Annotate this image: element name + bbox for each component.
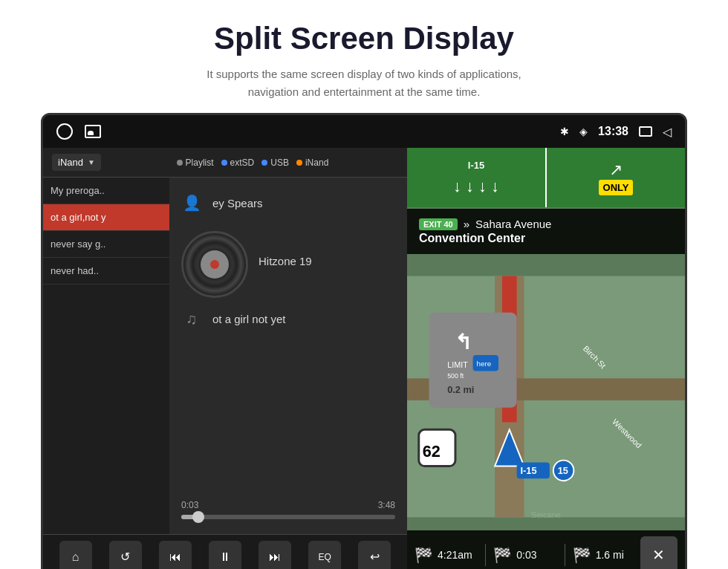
nav-duration: 0:03: [516, 549, 536, 561]
source-tabs: Playlist extSD USB iNand: [107, 157, 398, 168]
music-panel: iNand ▼ Playlist extSD USB: [43, 148, 407, 569]
home-button[interactable]: ⌂: [59, 541, 92, 570]
exit-line1: EXIT 40 » Sahara Avenue: [419, 218, 673, 230]
map-background: I-15 ↓ ↓ ↓ ↓ ↗ ONLY: [407, 148, 685, 569]
progress-bar[interactable]: [181, 515, 395, 519]
controls-bar: ⌂ ↺ ⏮ ⏸ ⏭ EQ ↩: [43, 534, 407, 569]
eq-button[interactable]: EQ: [308, 541, 341, 570]
status-time: 13:38: [598, 125, 628, 138]
repeat-button[interactable]: ↺: [109, 541, 142, 570]
arrow-icon-2: ↓: [466, 177, 474, 196]
highway-arrows: ↓ ↓ ↓ ↓: [453, 177, 499, 196]
next-button[interactable]: ⏭: [259, 541, 291, 570]
time-total: 3:48: [378, 500, 395, 510]
flag-icon-1: 🏁: [415, 546, 433, 564]
only-badge: ONLY: [599, 180, 634, 195]
flag-icon-3: 🏁: [573, 546, 591, 564]
usb-tab[interactable]: USB: [261, 157, 289, 168]
nav-close-button[interactable]: ✕: [640, 536, 677, 570]
exit-badge: EXIT 40: [419, 218, 458, 230]
connector: »: [464, 218, 469, 230]
arrow-icon-1: ↓: [453, 177, 461, 196]
svg-text:I-15: I-15: [521, 465, 537, 476]
image-icon: [85, 125, 101, 138]
music-content: My preroga.. ot a girl,not y never say g…: [43, 178, 407, 534]
back-button[interactable]: ↩: [358, 541, 391, 570]
exit-line2: Convention Center: [419, 232, 673, 245]
artist-name: ey Spears: [212, 197, 263, 209]
song-item-4[interactable]: never had..: [43, 258, 169, 284]
arrival-time: 4:21am: [438, 549, 472, 561]
extsd-tab[interactable]: extSD: [221, 157, 255, 168]
split-screen: iNand ▼ Playlist extSD USB: [43, 148, 685, 569]
svg-text:here: here: [477, 360, 492, 368]
map-visual: ↰ LIMIT 500 ft here 0.2 mi Birch St West…: [407, 263, 685, 530]
page-header: Split Screen Display It supports the sam…: [0, 0, 728, 113]
svg-text:15: 15: [558, 465, 568, 476]
highway-label: I-15: [468, 160, 484, 171]
nav-top-signs: I-15 ↓ ↓ ↓ ↓ ↗ ONLY: [407, 148, 685, 207]
song-item-3[interactable]: never say g..: [43, 231, 169, 258]
nav-panel: I-15 ↓ ↓ ↓ ↓ ↗ ONLY: [407, 148, 685, 569]
track-title: ot a girl not yet: [212, 313, 285, 325]
road-name: Sahara Avenue: [475, 218, 551, 230]
progress-times: 0:03 3:48: [181, 500, 395, 510]
location-icon: ◈: [579, 126, 588, 137]
back-icon: ◁: [663, 125, 672, 139]
nav-bottom-bar: 🏁 4:21am 🏁 0:03 🏁 1.6 mi ✕: [407, 530, 685, 569]
svg-text:500 ft: 500 ft: [447, 372, 464, 380]
inand-tab[interactable]: iNand: [296, 157, 328, 168]
svg-text:62: 62: [423, 442, 441, 461]
title-row: ♫ ot a girl not yet: [181, 308, 395, 329]
page-subtitle: It supports the same screen display of t…: [30, 65, 698, 101]
album-name: Hitzone 19: [259, 255, 312, 267]
source-selector[interactable]: iNand ▼: [52, 154, 101, 171]
play-pause-button[interactable]: ⏸: [209, 541, 241, 570]
track-info: 👤 ey Spears Hitzone 19: [181, 192, 395, 329]
playlist-header: iNand ▼ Playlist extSD USB: [43, 148, 407, 178]
playlist-tab[interactable]: Playlist: [177, 157, 214, 168]
circle-icon: [56, 123, 73, 140]
bluetooth-icon: ✱: [560, 126, 569, 137]
progress-thumb[interactable]: [192, 511, 204, 523]
window-icon: [639, 126, 652, 137]
device-frame: ✱ ◈ 13:38 ◁ iNand ▼ Playlist: [41, 113, 687, 569]
arrow-icon-4: ↓: [491, 177, 499, 196]
svg-text:0.2 mi: 0.2 mi: [447, 384, 474, 395]
map-svg: ↰ LIMIT 500 ft here 0.2 mi Birch St West…: [407, 263, 685, 530]
status-left: [56, 123, 101, 140]
time-current: 0:03: [181, 500, 198, 510]
page-title: Split Screen Display: [30, 21, 698, 56]
artist-icon: 👤: [181, 192, 202, 213]
flag-icon-2: 🏁: [493, 546, 512, 564]
progress-section: 0:03 3:48: [181, 500, 395, 519]
only-arrow-icon: ↗: [609, 160, 623, 180]
status-bar: ✱ ◈ 13:38 ◁: [43, 115, 685, 148]
highway-sign-main: I-15 ↓ ↓ ↓ ↓: [407, 148, 545, 207]
vinyl-label: [201, 250, 229, 279]
nav-info-arrival: 🏁 4:21am: [415, 546, 478, 564]
status-right: ✱ ◈ 13:38 ◁: [560, 125, 672, 139]
svg-text:↰: ↰: [455, 331, 472, 354]
dropdown-arrow-icon: ▼: [88, 158, 95, 166]
only-sign: ↗ ONLY: [545, 148, 685, 207]
svg-text:LIMIT: LIMIT: [447, 360, 468, 369]
song-item-1[interactable]: My preroga..: [43, 178, 169, 204]
artist-row: 👤 ey Spears: [181, 192, 395, 213]
nav-distance: 1.6 mi: [596, 549, 624, 561]
prev-button[interactable]: ⏮: [159, 541, 192, 570]
separator-2: [565, 544, 565, 566]
song-sidebar: My preroga.. ot a girl,not y never say g…: [43, 178, 169, 534]
album-row: Hitzone 19: [181, 224, 395, 298]
separator-1: [485, 544, 486, 566]
player-center: 👤 ey Spears Hitzone 19: [169, 178, 407, 534]
exit-banner: EXIT 40 » Sahara Avenue Convention Cente…: [407, 209, 685, 254]
song-item-2[interactable]: ot a girl,not y: [43, 204, 169, 231]
vinyl-center: [210, 260, 219, 269]
music-note-icon: ♫: [181, 308, 202, 329]
arrow-icon-3: ↓: [478, 177, 487, 196]
nav-info-duration: 🏁 0:03: [493, 546, 556, 564]
source-label: iNand: [58, 157, 83, 168]
nav-info-distance: 🏁 1.6 mi: [573, 546, 636, 564]
vinyl-record: [181, 231, 248, 298]
